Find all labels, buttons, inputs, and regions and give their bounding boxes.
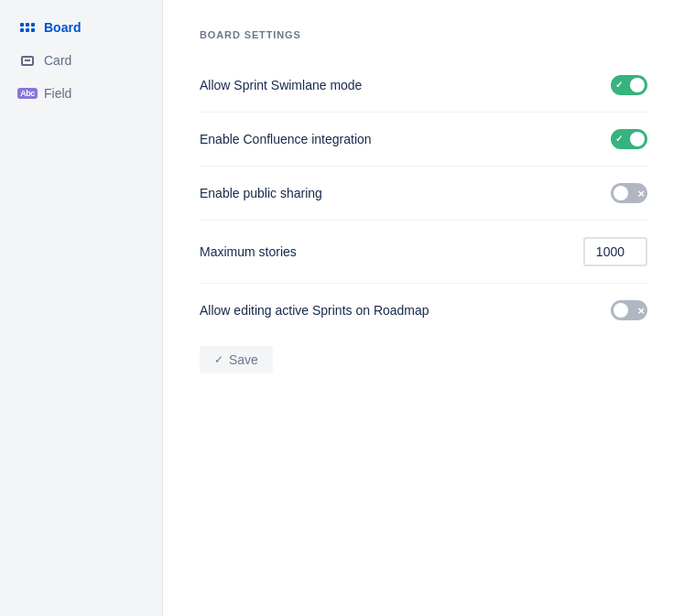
settings-list: Allow Sprint Swimlane mode Enable Conflu… [200,59,647,337]
setting-label-public-sharing: Enable public sharing [200,186,322,200]
setting-label-confluence: Enable Confluence integration [200,132,372,146]
setting-label-max-stories: Maximum stories [200,244,297,259]
max-stories-input[interactable] [583,237,647,266]
toggle-public-sharing[interactable] [611,183,647,203]
toggle-sprint-swimlane[interactable] [611,75,647,95]
setting-public-sharing: Enable public sharing [200,167,647,221]
sidebar-item-card[interactable]: Card [5,45,157,76]
setting-label-roadmap-editing: Allow editing active Sprints on Roadmap [200,303,429,318]
setting-sprint-swimlane: Allow Sprint Swimlane mode [200,59,647,113]
board-icon [20,20,35,35]
sidebar: Board Card Abc Field [0,0,163,616]
setting-max-stories: Maximum stories [200,221,647,284]
save-check-icon: ✓ [214,353,223,366]
sidebar-item-board[interactable]: Board [5,12,157,43]
toggle-confluence[interactable] [611,129,647,149]
field-icon: Abc [20,86,35,101]
main-content: BOARD SETTINGS Allow Sprint Swimlane mod… [163,0,684,616]
sidebar-label-board: Board [44,20,81,35]
sidebar-label-card: Card [44,53,71,68]
save-label: Save [229,352,258,367]
setting-confluence: Enable Confluence integration [200,113,647,167]
sidebar-label-field: Field [44,86,71,101]
setting-label-sprint-swimlane: Allow Sprint Swimlane mode [200,78,362,92]
sidebar-item-field[interactable]: Abc Field [5,78,157,109]
section-title: BOARD SETTINGS [200,29,647,40]
setting-roadmap-editing: Allow editing active Sprints on Roadmap [200,284,647,337]
card-icon [20,53,35,68]
save-button[interactable]: ✓ Save [200,346,273,373]
toggle-roadmap-editing[interactable] [611,300,647,320]
